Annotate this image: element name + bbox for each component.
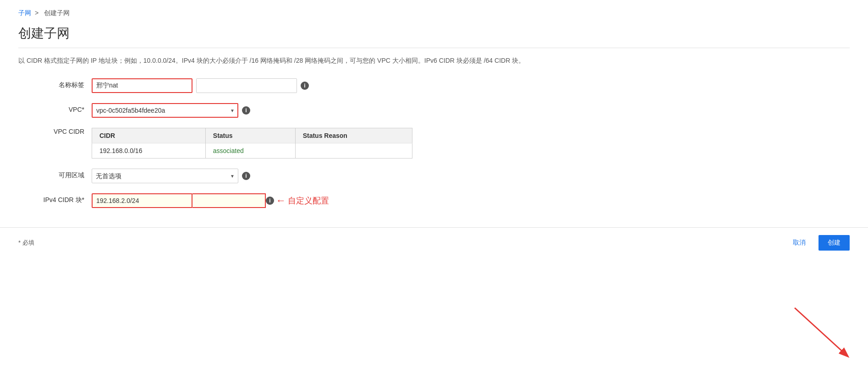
- footer-buttons: 取消 创建: [786, 235, 850, 251]
- ipv4-cidr-info-icon[interactable]: i: [266, 197, 274, 205]
- availability-zone-info-icon[interactable]: i: [242, 172, 250, 180]
- name-tag-label: 名称标签: [27, 78, 92, 89]
- ipv4-cidr-input[interactable]: 192.168.2.0/24: [92, 193, 192, 208]
- availability-zone-select-wrapper: 无首选项 ▼: [92, 169, 238, 183]
- vpc-row: VPC* vpc-0c502fa5b4fdee20a ▼ i: [27, 103, 850, 118]
- vpc-field: vpc-0c502fa5b4fdee20a ▼ i: [92, 103, 250, 118]
- status-cell: associated: [205, 143, 295, 159]
- name-tag-secondary-input[interactable]: [196, 78, 297, 93]
- create-button[interactable]: 创建: [819, 235, 850, 251]
- footer: * 必填 取消 创建: [0, 227, 868, 258]
- breadcrumb: 子网 > 创建子网: [18, 9, 850, 17]
- ipv4-highlight-area: [192, 193, 266, 208]
- name-tag-field: 邢宁nat i: [92, 78, 309, 93]
- cidr-table-header-status: Status: [205, 128, 295, 143]
- cidr-table-header-cidr: CIDR: [92, 128, 206, 143]
- availability-zone-label: 可用区域: [27, 169, 92, 180]
- breadcrumb-current: 创建子网: [44, 9, 70, 16]
- availability-zone-field: 无首选项 ▼ i: [92, 169, 250, 183]
- vpc-cidr-row: VPC CIDR CIDR Status Status Reason 192.1…: [27, 128, 850, 159]
- required-note: * 必填: [18, 239, 34, 247]
- ipv4-cidr-label: IPv4 CIDR 块*: [27, 193, 92, 204]
- availability-zone-select[interactable]: 无首选项: [92, 169, 238, 183]
- cidr-cell: 192.168.0.0/16: [92, 143, 206, 159]
- page-title: 创建子网: [18, 25, 850, 48]
- page-description: 以 CIDR 格式指定子网的 IP 地址块；例如，10.0.0.0/24。IPv…: [18, 55, 850, 66]
- vpc-select-wrapper: vpc-0c502fa5b4fdee20a ▼: [92, 103, 238, 118]
- name-tag-row: 名称标签 邢宁nat i: [27, 78, 850, 93]
- status-reason-cell: [295, 143, 412, 159]
- annotation-text: 自定义配置: [288, 195, 329, 206]
- ipv4-cidr-row: IPv4 CIDR 块* 192.168.2.0/24 i ← 自定义配置: [27, 193, 850, 208]
- annotation-left-arrow-icon: ←: [276, 195, 286, 207]
- table-row: 192.168.0.0/16 associated: [92, 143, 412, 159]
- vpc-label: VPC*: [27, 103, 92, 113]
- name-tag-input[interactable]: 邢宁nat: [92, 78, 192, 93]
- name-tag-info-icon[interactable]: i: [301, 82, 309, 90]
- cancel-button[interactable]: 取消: [786, 236, 813, 250]
- breadcrumb-separator: >: [35, 9, 38, 16]
- vpc-select[interactable]: vpc-0c502fa5b4fdee20a: [92, 103, 238, 118]
- ipv4-cidr-field: 192.168.2.0/24 i ← 自定义配置: [92, 193, 329, 208]
- cidr-table-header-status-reason: Status Reason: [295, 128, 412, 143]
- svg-line-1: [795, 308, 847, 356]
- vpc-info-icon[interactable]: i: [242, 106, 250, 115]
- diagonal-arrow-decoration: [767, 290, 868, 372]
- breadcrumb-parent-link[interactable]: 子网: [18, 9, 31, 16]
- status-badge: associated: [213, 147, 244, 154]
- availability-zone-row: 可用区域 无首选项 ▼ i: [27, 169, 850, 183]
- vpc-cidr-table: CIDR Status Status Reason 192.168.0.0/16…: [92, 128, 412, 159]
- vpc-cidr-label: VPC CIDR: [27, 128, 92, 135]
